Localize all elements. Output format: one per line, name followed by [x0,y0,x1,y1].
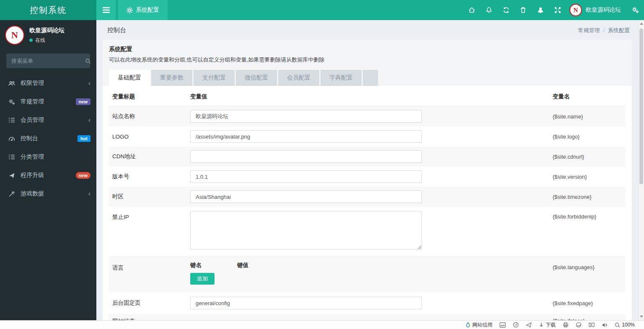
download-label: 下载 [546,321,556,329]
site-name-input[interactable] [190,110,422,123]
bell-icon [486,7,492,13]
page-tab-label: 系统配置 [136,6,159,14]
screenshot-item[interactable] [499,322,506,328]
scroll-down-arrow-icon[interactable] [640,316,643,318]
vertical-scrollbar[interactable] [638,20,644,320]
key-value-header: 键值 [237,262,248,269]
row-varname: {$site.languages} [553,262,626,270]
top-navbar: 控制系统 系统配置 N 欧皇源码论坛 [0,0,644,20]
key-name-header: 键名 [190,262,237,269]
append-button[interactable]: 追加 [190,273,215,285]
image-icon [499,322,506,328]
sidebar-item-permissions[interactable]: 权限管理 ‹ [0,74,96,93]
qq-contact-button[interactable] [532,0,549,20]
compat-mode-item[interactable] [576,322,582,328]
config-tabs: 基础配置 重要参数 支付配置 微信配置 会员配置 字典配置 [109,70,626,86]
speaker-icon [602,322,608,328]
config-panel: 系统配置 可以在此增改系统的变量和分组,也可以自定义分组和变量,如果需要删除请从… [102,39,632,320]
tab-member-config[interactable]: 会员配置 [278,70,319,86]
site-credit-label: 网站信用 [472,321,492,329]
row-varname: {$site.cdnurl} [553,154,626,160]
row-label: 站点名称 [109,113,190,120]
breadcrumb-separator: / [603,27,605,33]
version-input[interactable] [190,170,422,183]
tab-payment-config[interactable]: 支付配置 [194,70,235,86]
home-button[interactable] [463,0,480,20]
online-dot [29,39,33,42]
gear-icon [127,7,133,13]
sidebar-item-upgrade[interactable]: 程序升级 new [0,166,96,185]
user-avatar: N [569,4,582,16]
settings-button[interactable] [627,0,644,20]
search-icon[interactable] [85,58,91,64]
dashboard-icon [8,136,17,141]
sidebar-item-categories[interactable]: 分类管理 [0,148,96,166]
navbar-right-group: N 欧皇源码论坛 [463,0,644,20]
sidebar-avatar: N [5,26,24,45]
user-name: 欧皇源码论坛 [586,6,621,14]
sidebar-search [6,54,90,68]
fixed-page-input[interactable] [190,297,422,309]
row-varname: {$site.logo} [553,134,626,140]
row-varname: {$site.name} [553,113,626,120]
tab-basic-config[interactable]: 基础配置 [109,70,150,86]
sidebar-item-label: 控制台 [21,135,38,142]
sidebar-toggle-button[interactable] [96,0,116,20]
search-input[interactable] [11,58,85,64]
zoom-level: 100% [622,322,635,328]
boost-item[interactable] [526,322,532,328]
panel-description: 可以在此增改系统的变量和分组,也可以自定义分组和变量,如果需要删除请从数据库中删… [109,56,626,64]
table-row-site-name: 站点名称 {$site.name} [109,106,626,126]
scroll-up-arrow-icon[interactable] [640,23,643,25]
breadcrumb-link-general[interactable]: 常规管理 [578,27,600,34]
gauge-icon [513,322,519,328]
tab-wechat-config[interactable]: 微信配置 [236,70,277,86]
breadcrumb: 控制台 常规管理 / 系统配置 [96,20,638,39]
sidebar-item-general[interactable]: 常规管理 new [0,93,96,111]
site-credit-flame-icon [466,322,471,328]
tab-add-group[interactable] [363,70,378,86]
forbidden-ip-textarea[interactable] [190,211,422,249]
user-menu[interactable]: N 欧皇源码论坛 [566,4,627,16]
row-label: 语言 [109,262,190,272]
chevron-left-icon: ‹ [88,190,91,198]
row-label: LOGO [109,134,190,140]
sidebar-item-label: 分类管理 [21,153,44,161]
download-item[interactable]: 下载 [539,321,556,329]
tab-important-params[interactable]: 重要参数 [151,70,192,86]
split-window-item[interactable] [589,322,595,327]
sidebar-item-console[interactable]: 控制台 hot [0,129,96,148]
print-item[interactable] [563,322,569,328]
notifications-button[interactable] [480,0,497,20]
row-label: 后台固定页 [109,299,190,307]
zoom-control[interactable]: 100% [615,322,635,328]
row-varname: {$site.version} [553,174,626,180]
col-header-varname: 变量名 [553,93,626,100]
cdn-url-input[interactable] [190,150,422,163]
logo-input[interactable] [190,130,422,143]
badge-new: new [76,172,91,179]
timezone-input[interactable] [190,190,422,203]
speed-mode-item[interactable] [513,322,519,328]
sidebar-item-label: 权限管理 [21,80,44,87]
fullscreen-button[interactable] [549,0,566,20]
tab-dict-config[interactable]: 字典配置 [321,70,362,86]
table-row-timezone: 时区 {$site.timezone} [109,187,626,207]
site-credit-item[interactable]: 网站信用 [466,321,492,329]
clear-cache-button[interactable] [515,0,532,20]
zoom-icon [615,322,620,328]
mute-item[interactable] [602,322,608,328]
sidebar-item-members[interactable]: 会员管理 ‹ [0,111,96,129]
row-label: CDN地址 [109,153,190,160]
open-page-tab-system-config[interactable]: 系统配置 [118,0,168,20]
table-row-site-status: 网站状态 {$site.ifclose} [109,314,626,320]
refresh-button[interactable] [497,0,515,20]
split-window-icon [589,322,595,327]
scrollbar-thumb[interactable] [639,28,643,184]
breadcrumb-current: 系统配置 [608,27,630,34]
sidebar: N 欧皇源码论坛 在线 权限管理 ‹ 常规管理 new 会员管理 ‹ 控制台 h… [0,20,96,320]
sidebar-item-gamedata[interactable]: 游戏数据 ‹ [0,185,96,203]
home-icon [468,7,475,13]
sidebar-item-label: 会员管理 [21,116,44,124]
printer-icon [563,322,569,328]
